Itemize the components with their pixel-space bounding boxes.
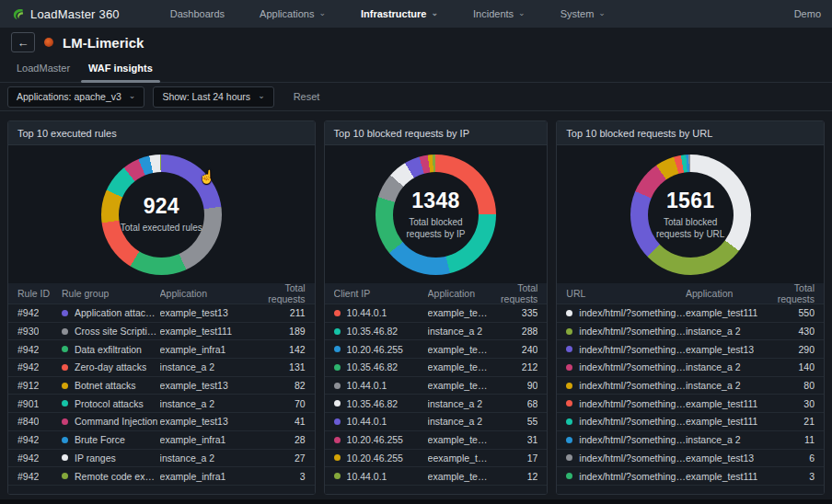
table-row[interactable]: 10.35.46.82example_test111212 [325, 359, 548, 377]
table-row[interactable]: index/html/?something003=...instance_a 2… [557, 377, 824, 395]
table-cell: instance_a 2 [160, 452, 250, 464]
table-row[interactable]: index/html/?something003=...example_test… [557, 467, 824, 486]
table-cell: Data exfiltration [62, 344, 160, 355]
dropdown-value: Show: Last 24 hours [162, 91, 250, 102]
reset-button[interactable]: Reset [294, 91, 320, 102]
table-cell: 6 [770, 452, 815, 464]
series-color-dot-icon [334, 383, 341, 389]
back-button[interactable]: ← [11, 32, 35, 52]
tab-waf-insights[interactable]: WAF insights [79, 57, 162, 82]
panel-title-text: Top 10 executed rules [17, 128, 117, 139]
cell-text: IP ranges [75, 452, 116, 464]
table-cell: 189 [250, 326, 306, 337]
table-row[interactable]: index/html/?something003=...example_test… [557, 413, 824, 431]
user-demo-label[interactable]: Demo [794, 8, 821, 19]
donut-chart-blocked-by-url[interactable]: 1561 Total blocked requests by URL [630, 155, 751, 275]
table-cell: 142 [250, 344, 306, 355]
series-color-dot-icon [62, 383, 68, 389]
table-row[interactable]: 10.20.46.255example_test13240 [325, 340, 548, 359]
table-row[interactable]: 10.44.0.1example_test13335 [325, 304, 548, 323]
cell-text: index/html/?something003=... [579, 380, 686, 391]
applications-filter-dropdown[interactable]: Applications: apache_v3 ⌄ [7, 86, 144, 108]
cell-text: 550 [798, 307, 815, 318]
table-row[interactable]: #942Brute Forceexample_infra128 [8, 431, 315, 450]
chevron-down-icon: ⌄ [518, 10, 526, 16]
cell-text: example_test13 [686, 344, 754, 355]
cell-text: 10.20.46.255 [347, 344, 403, 355]
table-cell: 41 [250, 416, 306, 427]
table-row[interactable]: 10.35.46.82instance_a 2288 [325, 323, 548, 341]
cell-text: 17 [527, 452, 538, 464]
table-row[interactable]: 10.44.0.1example_test1390 [325, 377, 548, 395]
table-row[interactable]: #942Remote code execution (RCE)example_i… [8, 467, 315, 486]
table-row[interactable]: index/html/?something003=...example_test… [557, 340, 824, 359]
table-cell: 90 [490, 380, 537, 391]
table-row[interactable]: #942Zero-day attacksinstance_a 2131 [8, 359, 315, 377]
series-color-dot-icon [566, 473, 572, 479]
table-cell: 3 [250, 471, 306, 482]
brand[interactable]: LoadMaster 360 [11, 7, 120, 21]
column-header: Total requests [250, 282, 306, 304]
tab-loadmaster[interactable]: LoadMaster [7, 57, 79, 82]
table-cell: #942 [17, 452, 62, 464]
series-color-dot-icon [566, 418, 572, 425]
table-row[interactable]: #942Application attack SQLexample_test13… [8, 304, 315, 323]
cell-text: 10.44.0.1 [347, 380, 387, 391]
cell-text: Botnet attacks [75, 380, 136, 391]
cell-text: example_test13 [428, 307, 491, 318]
table-cell: 55 [490, 416, 537, 427]
table-cell: 28 [250, 434, 306, 445]
table-cell: index/html/?something003=... [566, 416, 686, 427]
table-cell: example_test13 [160, 307, 250, 318]
column-header: Client IP [334, 288, 428, 299]
table-cell: example_test13 [160, 380, 250, 391]
panel-title: Top 10 executed rules [8, 121, 315, 145]
series-color-dot-icon [566, 437, 572, 443]
table-header-row: Rule IDRule groupApplicationTotal reques… [8, 283, 315, 304]
nav-item-infrastructure[interactable]: Infrastructure ⌄ [345, 0, 454, 28]
table-cell: #930 [17, 326, 62, 337]
donut-chart-executed-rules[interactable]: 924 Total executed rules [101, 155, 222, 275]
table-row[interactable]: #942Data exfiltrationexample_infra1142 [8, 340, 315, 359]
table-row[interactable]: #930Cross site Scripting (XSS)example_te… [8, 323, 315, 341]
nav-item-dashboards[interactable]: Dashboards [155, 0, 240, 28]
table-cell: 10.44.0.1 [334, 307, 428, 318]
table-cell: 10.20.46.255 [334, 434, 428, 445]
cell-text: 21 [803, 416, 815, 427]
tab-bar: LoadMaster WAF insights [0, 57, 832, 83]
cell-text: Cross site Scripting (XSS) [75, 326, 160, 337]
cell-text: #942 [17, 361, 39, 372]
table-row[interactable]: index/html/?something003=...example_test… [557, 304, 824, 323]
donut-chart-blocked-by-ip[interactable]: 1348 Total blocked requests by IP [376, 155, 496, 275]
table-cell: 211 [250, 307, 306, 318]
table-row[interactable]: 10.20.46.255example_test11131 [325, 431, 548, 450]
table-row[interactable]: index/html/?something003=...instance_a 2… [557, 359, 824, 377]
series-color-dot-icon [62, 418, 68, 425]
nav-item-applications[interactable]: Applications ⌄ [244, 0, 341, 28]
cell-text: index/html/?something003=... [579, 471, 686, 482]
table-row[interactable]: #942IP rangesinstance_a 227 [8, 450, 315, 468]
table-cell: 10.35.46.82 [334, 326, 428, 337]
cell-text: example_infra1 [160, 434, 226, 445]
table-row[interactable]: #912Botnet attacksexample_test1382 [8, 377, 315, 395]
table-cell: example_test111 [686, 398, 770, 409]
nav-item-incidents[interactable]: Incidents ⌄ [457, 0, 541, 28]
panel-blocked-by-ip: Top 10 blocked requests by IP 1348 Total… [324, 120, 549, 495]
table-row[interactable]: index/html/?something003=...instance_a 2… [557, 431, 824, 450]
table-cell: 290 [770, 344, 815, 355]
cell-text: instance_a 2 [428, 416, 483, 427]
table-row[interactable]: 10.44.0.1instance_a 255 [325, 413, 548, 431]
table-row[interactable]: #901Protocol attacksinstance_a 270 [8, 395, 315, 413]
table-row[interactable]: index/html/?something003=...instance_a 2… [557, 323, 824, 341]
time-range-dropdown[interactable]: Show: Last 24 hours ⌄ [153, 86, 273, 108]
table-row[interactable]: 10.20.46.255eexample_test1317 [325, 450, 548, 468]
table-row[interactable]: 10.44.0.1example_test11112 [325, 467, 548, 486]
donut-center: 1561 Total blocked requests by URL [648, 172, 734, 258]
table-row[interactable]: 10.35.46.82instance_a 268 [325, 395, 548, 413]
table-row[interactable]: index/html/?something003=...example_test… [557, 450, 824, 468]
nav-item-system[interactable]: System ⌄ [545, 0, 621, 28]
table-row[interactable]: #840Command Injectionexample_test1341 [8, 413, 315, 431]
table-row[interactable]: index/html/?something003=...example_test… [557, 395, 824, 413]
cell-text: 80 [803, 380, 815, 391]
table-cell: 140 [770, 361, 815, 372]
